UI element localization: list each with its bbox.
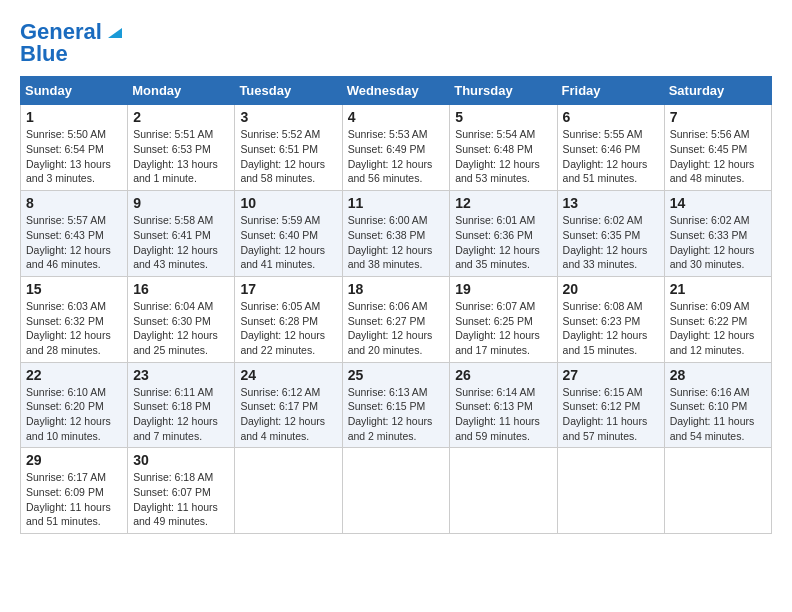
day-info: Sunrise: 6:04 AMSunset: 6:30 PMDaylight:…	[133, 300, 218, 356]
calendar-cell: 13 Sunrise: 6:02 AMSunset: 6:35 PMDaylig…	[557, 191, 664, 277]
calendar-cell: 5 Sunrise: 5:54 AMSunset: 6:48 PMDayligh…	[450, 105, 557, 191]
day-number: 14	[670, 195, 766, 211]
page-header: General Blue	[20, 20, 772, 66]
day-info: Sunrise: 6:11 AMSunset: 6:18 PMDaylight:…	[133, 386, 218, 442]
day-info: Sunrise: 6:08 AMSunset: 6:23 PMDaylight:…	[563, 300, 648, 356]
day-number: 17	[240, 281, 336, 297]
day-info: Sunrise: 6:02 AMSunset: 6:35 PMDaylight:…	[563, 214, 648, 270]
day-number: 21	[670, 281, 766, 297]
day-number: 30	[133, 452, 229, 468]
day-info: Sunrise: 5:55 AMSunset: 6:46 PMDaylight:…	[563, 128, 648, 184]
day-number: 12	[455, 195, 551, 211]
day-number: 13	[563, 195, 659, 211]
day-info: Sunrise: 6:18 AMSunset: 6:07 PMDaylight:…	[133, 471, 218, 527]
calendar-cell: 25 Sunrise: 6:13 AMSunset: 6:15 PMDaylig…	[342, 362, 450, 448]
calendar-cell: 7 Sunrise: 5:56 AMSunset: 6:45 PMDayligh…	[664, 105, 771, 191]
dow-header-tuesday: Tuesday	[235, 77, 342, 105]
calendar-cell: 8 Sunrise: 5:57 AMSunset: 6:43 PMDayligh…	[21, 191, 128, 277]
day-number: 18	[348, 281, 445, 297]
day-number: 22	[26, 367, 122, 383]
day-number: 4	[348, 109, 445, 125]
day-info: Sunrise: 6:12 AMSunset: 6:17 PMDaylight:…	[240, 386, 325, 442]
calendar-cell: 4 Sunrise: 5:53 AMSunset: 6:49 PMDayligh…	[342, 105, 450, 191]
calendar-cell: 27 Sunrise: 6:15 AMSunset: 6:12 PMDaylig…	[557, 362, 664, 448]
day-info: Sunrise: 6:10 AMSunset: 6:20 PMDaylight:…	[26, 386, 111, 442]
day-info: Sunrise: 6:15 AMSunset: 6:12 PMDaylight:…	[563, 386, 648, 442]
calendar-table: SundayMondayTuesdayWednesdayThursdayFrid…	[20, 76, 772, 534]
dow-header-wednesday: Wednesday	[342, 77, 450, 105]
calendar-cell: 17 Sunrise: 6:05 AMSunset: 6:28 PMDaylig…	[235, 276, 342, 362]
calendar-cell	[235, 448, 342, 534]
day-info: Sunrise: 5:50 AMSunset: 6:54 PMDaylight:…	[26, 128, 111, 184]
calendar-cell: 24 Sunrise: 6:12 AMSunset: 6:17 PMDaylig…	[235, 362, 342, 448]
day-number: 2	[133, 109, 229, 125]
dow-header-sunday: Sunday	[21, 77, 128, 105]
day-info: Sunrise: 5:58 AMSunset: 6:41 PMDaylight:…	[133, 214, 218, 270]
dow-header-friday: Friday	[557, 77, 664, 105]
day-number: 5	[455, 109, 551, 125]
calendar-cell: 26 Sunrise: 6:14 AMSunset: 6:13 PMDaylig…	[450, 362, 557, 448]
day-info: Sunrise: 6:03 AMSunset: 6:32 PMDaylight:…	[26, 300, 111, 356]
calendar-cell: 22 Sunrise: 6:10 AMSunset: 6:20 PMDaylig…	[21, 362, 128, 448]
day-number: 3	[240, 109, 336, 125]
day-number: 8	[26, 195, 122, 211]
calendar-week-2: 15 Sunrise: 6:03 AMSunset: 6:32 PMDaylig…	[21, 276, 772, 362]
day-number: 19	[455, 281, 551, 297]
calendar-cell: 11 Sunrise: 6:00 AMSunset: 6:38 PMDaylig…	[342, 191, 450, 277]
calendar-cell: 19 Sunrise: 6:07 AMSunset: 6:25 PMDaylig…	[450, 276, 557, 362]
calendar-cell: 3 Sunrise: 5:52 AMSunset: 6:51 PMDayligh…	[235, 105, 342, 191]
calendar-cell: 12 Sunrise: 6:01 AMSunset: 6:36 PMDaylig…	[450, 191, 557, 277]
logo-text2: Blue	[20, 42, 68, 66]
day-info: Sunrise: 6:00 AMSunset: 6:38 PMDaylight:…	[348, 214, 433, 270]
calendar-cell: 28 Sunrise: 6:16 AMSunset: 6:10 PMDaylig…	[664, 362, 771, 448]
calendar-week-0: 1 Sunrise: 5:50 AMSunset: 6:54 PMDayligh…	[21, 105, 772, 191]
day-info: Sunrise: 6:01 AMSunset: 6:36 PMDaylight:…	[455, 214, 540, 270]
day-number: 25	[348, 367, 445, 383]
day-number: 11	[348, 195, 445, 211]
calendar-cell: 10 Sunrise: 5:59 AMSunset: 6:40 PMDaylig…	[235, 191, 342, 277]
calendar-cell: 29 Sunrise: 6:17 AMSunset: 6:09 PMDaylig…	[21, 448, 128, 534]
day-info: Sunrise: 6:16 AMSunset: 6:10 PMDaylight:…	[670, 386, 755, 442]
calendar-cell	[342, 448, 450, 534]
calendar-cell	[557, 448, 664, 534]
day-number: 7	[670, 109, 766, 125]
day-number: 15	[26, 281, 122, 297]
day-number: 6	[563, 109, 659, 125]
calendar-cell	[664, 448, 771, 534]
day-number: 1	[26, 109, 122, 125]
calendar-cell: 2 Sunrise: 5:51 AMSunset: 6:53 PMDayligh…	[128, 105, 235, 191]
day-info: Sunrise: 5:54 AMSunset: 6:48 PMDaylight:…	[455, 128, 540, 184]
day-info: Sunrise: 5:56 AMSunset: 6:45 PMDaylight:…	[670, 128, 755, 184]
logo: General Blue	[20, 20, 122, 66]
day-info: Sunrise: 6:17 AMSunset: 6:09 PMDaylight:…	[26, 471, 111, 527]
day-number: 27	[563, 367, 659, 383]
calendar-week-4: 29 Sunrise: 6:17 AMSunset: 6:09 PMDaylig…	[21, 448, 772, 534]
logo-icon	[104, 22, 122, 40]
dow-header-thursday: Thursday	[450, 77, 557, 105]
svg-marker-0	[108, 28, 122, 38]
day-number: 29	[26, 452, 122, 468]
calendar-cell: 14 Sunrise: 6:02 AMSunset: 6:33 PMDaylig…	[664, 191, 771, 277]
day-info: Sunrise: 5:57 AMSunset: 6:43 PMDaylight:…	[26, 214, 111, 270]
day-info: Sunrise: 5:51 AMSunset: 6:53 PMDaylight:…	[133, 128, 218, 184]
calendar-cell: 18 Sunrise: 6:06 AMSunset: 6:27 PMDaylig…	[342, 276, 450, 362]
day-info: Sunrise: 6:07 AMSunset: 6:25 PMDaylight:…	[455, 300, 540, 356]
calendar-cell: 16 Sunrise: 6:04 AMSunset: 6:30 PMDaylig…	[128, 276, 235, 362]
calendar-cell: 23 Sunrise: 6:11 AMSunset: 6:18 PMDaylig…	[128, 362, 235, 448]
day-number: 24	[240, 367, 336, 383]
calendar-week-3: 22 Sunrise: 6:10 AMSunset: 6:20 PMDaylig…	[21, 362, 772, 448]
day-number: 20	[563, 281, 659, 297]
day-info: Sunrise: 6:02 AMSunset: 6:33 PMDaylight:…	[670, 214, 755, 270]
calendar-cell: 9 Sunrise: 5:58 AMSunset: 6:41 PMDayligh…	[128, 191, 235, 277]
day-number: 10	[240, 195, 336, 211]
day-info: Sunrise: 5:52 AMSunset: 6:51 PMDaylight:…	[240, 128, 325, 184]
dow-header-saturday: Saturday	[664, 77, 771, 105]
day-number: 28	[670, 367, 766, 383]
day-number: 16	[133, 281, 229, 297]
calendar-cell: 15 Sunrise: 6:03 AMSunset: 6:32 PMDaylig…	[21, 276, 128, 362]
calendar-cell: 20 Sunrise: 6:08 AMSunset: 6:23 PMDaylig…	[557, 276, 664, 362]
day-info: Sunrise: 6:09 AMSunset: 6:22 PMDaylight:…	[670, 300, 755, 356]
day-number: 9	[133, 195, 229, 211]
day-number: 23	[133, 367, 229, 383]
day-info: Sunrise: 5:53 AMSunset: 6:49 PMDaylight:…	[348, 128, 433, 184]
